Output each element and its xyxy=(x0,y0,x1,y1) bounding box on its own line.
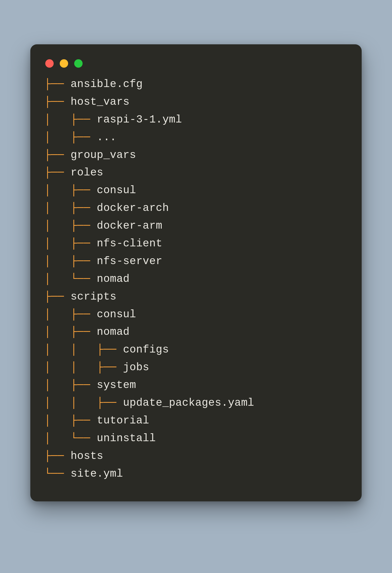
tree-entry-name: ... xyxy=(97,131,116,143)
tree-line: │ └── uninstall xyxy=(44,430,348,448)
tree-branch: │ └── xyxy=(44,273,97,285)
tree-line: │ │ ├── configs xyxy=(44,341,348,359)
tree-entry-name: ansible.cfg xyxy=(71,78,143,90)
tree-entry-name: uninstall xyxy=(97,432,156,445)
tree-entry-name: update_packages.yaml xyxy=(123,397,254,409)
tree-line: ├── ansible.cfg xyxy=(44,76,348,93)
tree-branch: │ ├── xyxy=(44,202,97,214)
tree-branch: ├── xyxy=(44,167,71,179)
tree-line: │ ├── docker-arch xyxy=(44,199,348,217)
tree-entry-name: docker-arch xyxy=(97,202,169,214)
tree-branch: │ │ ├── xyxy=(44,397,123,409)
tree-branch: ├── xyxy=(44,149,71,161)
tree-branch: │ ├── xyxy=(44,184,97,197)
tree-entry-name: hosts xyxy=(71,450,103,462)
tree-line: └── site.yml xyxy=(44,465,348,483)
tree-entry-name: nfs-client xyxy=(97,237,162,250)
window-controls xyxy=(44,55,348,76)
tree-line: │ │ ├── update_packages.yaml xyxy=(44,394,348,412)
tree-line: │ ├── raspi-3-1.yml xyxy=(44,111,348,129)
tree-entry-name: raspi-3-1.yml xyxy=(97,114,182,126)
tree-branch: ├── xyxy=(44,96,71,108)
tree-line: ├── host_vars xyxy=(44,93,348,111)
tree-branch: │ ├── xyxy=(44,326,97,338)
tree-branch: │ ├── xyxy=(44,220,97,232)
tree-branch: │ ├── xyxy=(44,255,97,267)
tree-line: │ └── nomad xyxy=(44,270,348,288)
tree-line: ├── group_vars xyxy=(44,146,348,164)
tree-branch: │ ├── xyxy=(44,414,97,427)
tree-line: │ ├── consul xyxy=(44,306,348,323)
tree-branch: │ ├── xyxy=(44,114,97,126)
tree-branch: │ ├── xyxy=(44,379,97,391)
tree-line: │ ├── nfs-client xyxy=(44,235,348,253)
tree-line: │ ├── docker-arm xyxy=(44,217,348,235)
tree-entry-name: configs xyxy=(123,344,169,356)
tree-branch: │ ├── xyxy=(44,131,97,143)
tree-line: │ ├── nomad xyxy=(44,323,348,341)
tree-branch: │ ├── xyxy=(44,308,97,321)
tree-entry-name: roles xyxy=(71,167,103,179)
tree-line: │ │ ├── jobs xyxy=(44,359,348,376)
minimize-icon[interactable] xyxy=(60,59,68,68)
tree-entry-name: system xyxy=(97,379,136,391)
tree-entry-name: docker-arm xyxy=(97,220,162,232)
tree-entry-name: nomad xyxy=(97,326,130,338)
tree-branch: ├── xyxy=(44,450,71,462)
tree-entry-name: group_vars xyxy=(71,149,136,161)
close-icon[interactable] xyxy=(45,59,54,68)
tree-line: ├── roles xyxy=(44,164,348,182)
tree-entry-name: host_vars xyxy=(71,96,129,108)
directory-tree: ├── ansible.cfg├── host_vars│ ├── raspi-… xyxy=(44,76,348,483)
zoom-icon[interactable] xyxy=(74,59,83,68)
tree-line: │ ├── consul xyxy=(44,182,348,199)
tree-entry-name: tutorial xyxy=(97,414,149,427)
tree-line: │ ├── system xyxy=(44,376,348,394)
tree-branch: │ │ ├── xyxy=(44,344,123,356)
tree-entry-name: consul xyxy=(97,184,136,197)
tree-branch: │ ├── xyxy=(44,237,97,250)
tree-line: │ ├── nfs-server xyxy=(44,253,348,270)
page-background: ├── ansible.cfg├── host_vars│ ├── raspi-… xyxy=(0,0,392,573)
tree-branch: │ └── xyxy=(44,432,97,445)
tree-branch: │ │ ├── xyxy=(44,361,123,374)
tree-entry-name: consul xyxy=(97,308,136,321)
tree-line: ├── scripts xyxy=(44,288,348,306)
tree-line: │ ├── ... xyxy=(44,129,348,146)
tree-branch: └── xyxy=(44,468,71,480)
tree-entry-name: nomad xyxy=(97,273,130,285)
tree-entry-name: nfs-server xyxy=(97,255,162,267)
tree-branch: ├── xyxy=(44,78,71,90)
tree-entry-name: site.yml xyxy=(71,468,123,480)
tree-line: ├── hosts xyxy=(44,448,348,465)
terminal-window: ├── ansible.cfg├── host_vars│ ├── raspi-… xyxy=(30,44,362,501)
tree-line: │ ├── tutorial xyxy=(44,412,348,430)
tree-entry-name: scripts xyxy=(71,291,116,303)
tree-branch: ├── xyxy=(44,291,71,303)
tree-entry-name: jobs xyxy=(123,361,149,374)
